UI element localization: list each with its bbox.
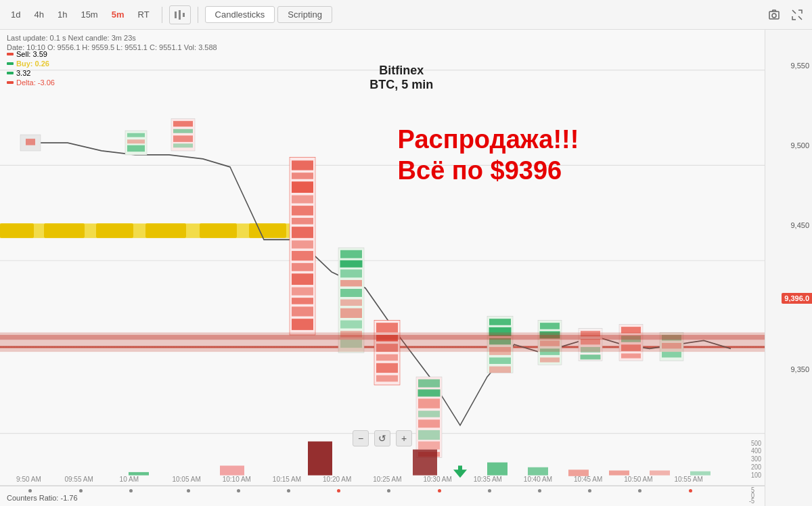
legend-delta-label: Delta: -3.06 — [16, 78, 55, 87]
zoom-refresh-btn[interactable]: ↺ — [374, 430, 390, 446]
legend-buy-dot — [7, 62, 14, 65]
svg-rect-31 — [292, 160, 313, 170]
dot — [387, 489, 390, 492]
time-label: 10:25 AM — [373, 476, 401, 483]
svg-rect-62 — [376, 363, 398, 373]
svg-rect-87 — [540, 357, 560, 362]
svg-rect-70 — [418, 430, 440, 440]
time-btn-15m[interactable]: 15m — [75, 7, 103, 22]
expand-btn[interactable] — [788, 5, 807, 24]
info-bar: Last update: 0.1 s Next candle: 3m 23s D… — [7, 34, 217, 51]
svg-text:-5: -5 — [749, 497, 754, 505]
legend: Sell: 3.59 Buy: 0.26 3.32 Delta: -3.06 — [7, 50, 55, 88]
legend-sell: Sell: 3.59 — [7, 50, 55, 58]
svg-rect-104 — [308, 442, 332, 476]
time-btn-1h[interactable]: 1h — [52, 7, 72, 22]
svg-rect-103 — [0, 335, 765, 340]
svg-rect-24 — [127, 145, 145, 152]
time-label: 09:55 AM — [64, 476, 93, 483]
svg-rect-13 — [44, 223, 85, 237]
dot — [79, 489, 83, 492]
svg-rect-50 — [340, 280, 362, 287]
toolbar-right — [765, 5, 807, 24]
candlesticks-btn[interactable]: Candlesticks — [205, 6, 275, 23]
svg-text:500: 500 — [751, 439, 761, 447]
zoom-in-btn[interactable]: + — [396, 430, 412, 446]
time-label: 10:15 AM — [273, 476, 301, 483]
svg-rect-74 — [458, 465, 462, 472]
dot — [438, 489, 441, 492]
time-label: 10:55 AM — [674, 476, 702, 483]
svg-rect-1 — [179, 10, 181, 20]
dot — [689, 489, 692, 492]
time-label: 10:50 AM — [624, 476, 652, 483]
sale-line1: Распродажа!!! — [398, 124, 579, 156]
time-btn-5m[interactable]: 5m — [106, 7, 130, 22]
svg-rect-83 — [540, 323, 560, 329]
scripting-btn[interactable]: Scripting — [277, 6, 332, 23]
counters-ratio-label: Counters Ratio: -1.76 — [7, 494, 78, 502]
time-label: 10 AM — [120, 476, 139, 483]
svg-rect-61 — [376, 354, 398, 361]
price-label-93960: 9,396.0 — [782, 293, 812, 304]
legend-buy: Buy: 0.26 — [7, 60, 55, 68]
dot — [28, 489, 32, 492]
separator-2 — [198, 7, 198, 23]
svg-rect-81 — [489, 367, 511, 373]
legend-sell-dot — [7, 53, 14, 55]
svg-rect-63 — [376, 375, 398, 382]
exchange-name: Bitfinex — [369, 64, 433, 78]
dot — [337, 489, 340, 492]
toolbar: 1d 4h 1h 15m 5m RT Candlesticks Scriptin… — [0, 0, 812, 30]
svg-rect-47 — [340, 250, 362, 258]
screenshot-btn[interactable] — [765, 5, 784, 24]
price-label-9450: 9,450 — [790, 221, 812, 229]
time-btn-1d[interactable]: 1d — [5, 7, 26, 22]
main-chart[interactable]: Last update: 0.1 s Next candle: 3m 23s D… — [0, 30, 765, 506]
svg-rect-33 — [292, 181, 313, 193]
svg-rect-37 — [292, 227, 313, 238]
time-label: 10:35 AM — [474, 476, 502, 483]
dot — [129, 489, 133, 492]
svg-rect-71 — [418, 442, 440, 450]
svg-rect-28 — [173, 135, 193, 142]
dot — [187, 489, 190, 492]
time-btn-rt[interactable]: RT — [133, 7, 155, 22]
price-label-9350: 9,350 — [790, 365, 812, 373]
svg-rect-38 — [292, 240, 313, 248]
separator-1 — [162, 7, 162, 23]
svg-rect-53 — [340, 308, 362, 318]
svg-rect-20 — [26, 139, 35, 145]
legend-buy-label: Buy: 0.26 — [16, 60, 49, 68]
price-label-9550: 9,550 — [790, 62, 812, 70]
legend-vol-label: 3.32 — [16, 69, 30, 77]
dot — [538, 489, 541, 492]
svg-point-4 — [772, 14, 776, 18]
dots-row — [0, 487, 717, 494]
time-label: 10:40 AM — [524, 476, 552, 483]
zoom-out-btn[interactable]: − — [353, 430, 369, 446]
svg-rect-49 — [340, 269, 362, 277]
svg-rect-43 — [292, 298, 313, 304]
svg-rect-27 — [173, 129, 193, 133]
svg-rect-14 — [96, 223, 133, 237]
svg-rect-45 — [292, 319, 313, 330]
time-label: 10:05 AM — [172, 476, 200, 483]
time-btn-4h[interactable]: 4h — [28, 7, 49, 22]
legend-delta: Delta: -3.06 — [7, 78, 55, 87]
svg-rect-44 — [292, 306, 313, 316]
y-axis: 9,5509,5009,4509,396.09,350 — [765, 30, 812, 506]
svg-rect-76 — [489, 319, 511, 325]
svg-rect-42 — [292, 288, 313, 296]
dot — [638, 489, 641, 492]
svg-rect-0 — [175, 12, 177, 18]
svg-rect-58 — [376, 323, 398, 332]
indicator-icon[interactable] — [169, 5, 191, 24]
chart-container: Last update: 0.1 s Next candle: 3m 23s D… — [0, 30, 812, 506]
time-label: 10:10 AM — [223, 476, 251, 483]
svg-rect-17 — [249, 223, 286, 237]
svg-rect-29 — [173, 143, 193, 147]
legend-delta-dot — [7, 81, 14, 84]
svg-rect-39 — [292, 251, 313, 260]
svg-text:100: 100 — [751, 471, 761, 479]
